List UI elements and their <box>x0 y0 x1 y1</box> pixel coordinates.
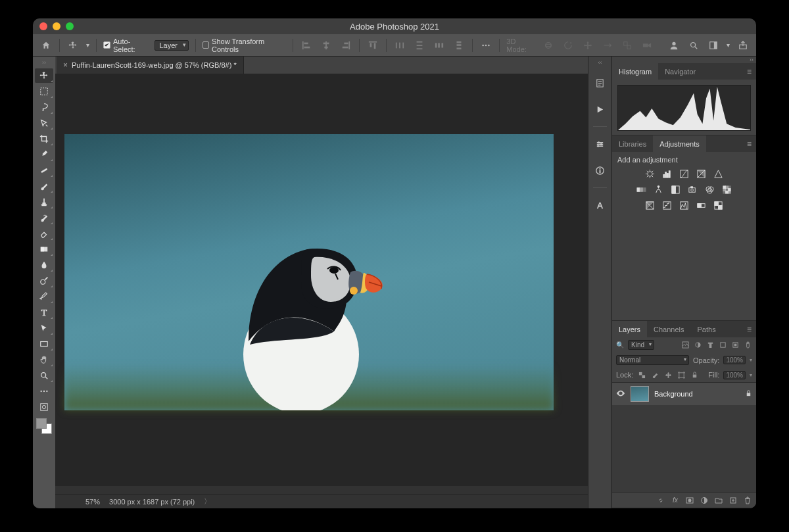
document-dimensions[interactable]: 3000 px x 1687 px (72 ppi) <box>109 498 195 506</box>
group-layers-icon[interactable] <box>714 496 723 505</box>
threshold-icon[interactable] <box>679 199 690 211</box>
levels-icon[interactable] <box>661 168 673 180</box>
workspace-icon[interactable] <box>707 38 720 53</box>
path-selection-tool[interactable] <box>35 321 53 335</box>
tab-navigator[interactable]: Navigator <box>658 63 702 80</box>
home-button[interactable] <box>39 38 53 53</box>
foreground-color-swatch[interactable] <box>36 418 47 429</box>
new-layer-icon[interactable] <box>729 496 738 505</box>
filter-adjustment-icon[interactable] <box>693 341 702 350</box>
crop-tool[interactable] <box>35 132 53 146</box>
3d-pan-icon[interactable] <box>581 38 594 53</box>
blend-mode-select[interactable]: Normal <box>616 355 689 365</box>
curves-icon[interactable] <box>679 168 690 180</box>
filter-pixel-icon[interactable] <box>681 341 690 350</box>
filter-type-select[interactable]: Kind <box>628 340 654 350</box>
align-horizontal-centers-icon[interactable] <box>320 38 333 53</box>
close-tab-icon[interactable]: × <box>63 60 68 70</box>
opacity-field[interactable]: 100% <box>723 356 746 364</box>
lock-artboard-icon[interactable] <box>677 370 686 379</box>
expand-toggle-icon[interactable]: ›› <box>42 59 46 66</box>
marquee-tool[interactable] <box>35 84 53 99</box>
move-tool[interactable] <box>35 68 53 83</box>
tab-channels[interactable]: Channels <box>647 321 690 337</box>
actions-panel-icon[interactable] <box>591 100 610 118</box>
eraser-tool[interactable] <box>35 226 53 241</box>
quick-mask-icon[interactable] <box>35 400 53 414</box>
minimize-button[interactable] <box>53 22 60 30</box>
channel-mixer-icon[interactable] <box>704 183 716 195</box>
rectangle-tool[interactable] <box>35 337 53 351</box>
black-white-icon[interactable] <box>670 183 682 195</box>
dodge-tool[interactable] <box>35 274 53 288</box>
lock-pixels-icon[interactable] <box>650 370 659 379</box>
layer-mask-icon[interactable] <box>685 496 694 505</box>
link-layers-icon[interactable] <box>656 496 665 505</box>
brush-tool[interactable] <box>35 179 53 193</box>
3d-rotate-icon[interactable] <box>562 38 575 53</box>
layer-name[interactable]: Background <box>654 390 740 398</box>
blur-tool[interactable] <box>35 258 53 272</box>
invert-icon[interactable] <box>644 199 656 211</box>
lock-all-icon[interactable] <box>690 370 699 379</box>
hand-tool[interactable] <box>35 352 53 367</box>
info-panel-icon[interactable] <box>591 161 610 180</box>
properties-panel-icon[interactable] <box>591 135 610 153</box>
tab-histogram[interactable]: Histogram <box>612 63 658 80</box>
3d-camera-icon[interactable] <box>640 38 654 53</box>
history-brush-tool[interactable] <box>35 210 53 225</box>
panel-menu-icon[interactable]: ≡ <box>743 325 756 334</box>
layer-thumbnail[interactable] <box>631 386 649 402</box>
3d-slide-icon[interactable] <box>601 38 614 53</box>
chevron-down-icon[interactable]: ▾ <box>727 41 730 49</box>
zoom-tool[interactable] <box>35 368 53 383</box>
lock-position-icon[interactable] <box>663 370 673 379</box>
lock-transparency-icon[interactable] <box>637 370 646 379</box>
panel-menu-icon[interactable]: ≡ <box>743 67 756 76</box>
status-more-icon[interactable]: 〉 <box>204 496 211 506</box>
image-canvas[interactable] <box>64 134 554 410</box>
clone-stamp-tool[interactable] <box>35 195 53 209</box>
color-lookup-icon[interactable] <box>721 183 733 195</box>
fill-field[interactable]: 100% <box>723 371 746 379</box>
tab-adjustments[interactable]: Adjustments <box>653 135 706 152</box>
histogram-graph[interactable] <box>617 85 751 131</box>
3d-orbit-icon[interactable] <box>542 38 555 53</box>
edit-toolbar-icon[interactable] <box>35 384 53 399</box>
layer-style-icon[interactable]: fx <box>671 496 680 505</box>
gradient-tool[interactable] <box>35 242 53 256</box>
tab-libraries[interactable]: Libraries <box>612 135 653 152</box>
distribute-space-h-icon[interactable] <box>433 38 446 53</box>
tab-paths[interactable]: Paths <box>691 321 723 337</box>
document-tab[interactable]: × Puffin-LaurenScott-169-web.jpg @ 57% (… <box>57 57 244 74</box>
zoom-level[interactable]: 57% <box>85 498 100 506</box>
photo-filter-icon[interactable] <box>687 183 699 195</box>
exposure-icon[interactable] <box>696 168 707 180</box>
adjustment-layer-icon[interactable] <box>700 496 709 505</box>
color-balance-icon[interactable] <box>653 183 665 195</box>
lasso-tool[interactable] <box>35 100 53 114</box>
panel-menu-icon[interactable]: ≡ <box>743 139 756 149</box>
type-tool[interactable] <box>35 305 53 320</box>
posterize-icon[interactable] <box>661 199 673 211</box>
filter-type-icon[interactable] <box>705 341 715 350</box>
layers-list[interactable]: Background <box>612 382 756 492</box>
distribute-vertical-icon[interactable] <box>413 38 426 53</box>
align-top-edges-icon[interactable] <box>366 38 379 53</box>
selective-color-icon[interactable] <box>713 199 725 211</box>
history-panel-icon[interactable] <box>591 74 610 92</box>
3d-scale-icon[interactable] <box>621 38 634 53</box>
color-swatches[interactable] <box>36 418 52 434</box>
filter-toggle-icon[interactable] <box>743 341 752 350</box>
align-right-edges-icon[interactable] <box>339 38 352 53</box>
show-transform-checkbox[interactable]: Show Transform Controls <box>203 37 286 53</box>
brightness-contrast-icon[interactable] <box>644 168 656 180</box>
close-button[interactable] <box>39 22 47 30</box>
move-tool-icon[interactable] <box>66 38 80 53</box>
hue-saturation-icon[interactable] <box>636 183 648 195</box>
share-icon[interactable] <box>736 38 750 53</box>
layer-locked-icon[interactable] <box>745 390 752 399</box>
filter-shape-icon[interactable] <box>718 341 727 350</box>
user-icon[interactable] <box>667 38 680 53</box>
distribute-horizontal-icon[interactable] <box>393 38 406 53</box>
